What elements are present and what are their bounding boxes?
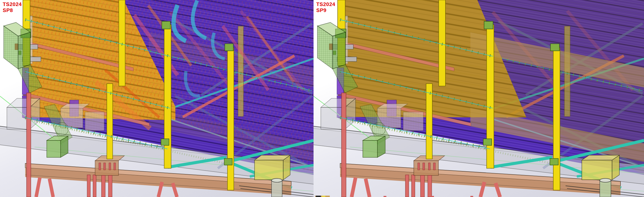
comparison-screenshot: TS2024 SP8 TS2024 SP9 <box>0 0 644 197</box>
model-render-sp8 <box>0 0 314 197</box>
version-label-line1: TS2024 <box>316 1 335 7</box>
version-label-line2: SP8 <box>3 7 22 13</box>
viewport-panel-sp8: TS2024 SP8 <box>0 0 314 197</box>
version-label-line1: TS2024 <box>3 1 22 7</box>
version-label-sp8: TS2024 SP8 <box>3 1 22 13</box>
viewport-panel-sp9: TS2024 SP9 <box>314 0 644 197</box>
version-label-sp9: TS2024 SP9 <box>316 1 335 13</box>
version-label-line2: SP9 <box>316 7 335 13</box>
model-render-sp9 <box>314 0 644 197</box>
